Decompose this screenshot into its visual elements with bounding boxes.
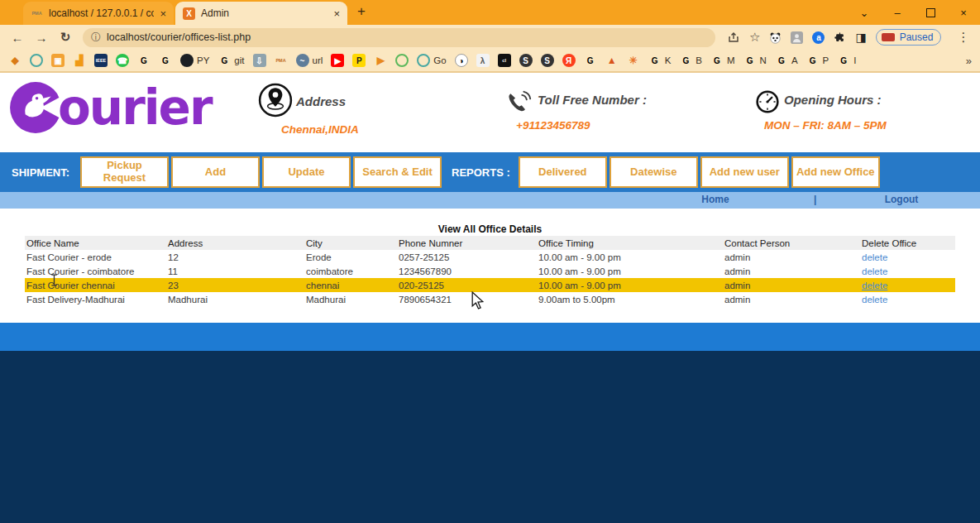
bookmarks-overflow-icon[interactable]: » [966, 55, 972, 67]
github-bookmark[interactable]: PY [180, 54, 209, 67]
google-bookmark-2[interactable]: G [159, 54, 172, 67]
download-manager-bookmark[interactable]: ⇩ [253, 54, 266, 67]
share-icon[interactable] [727, 31, 740, 44]
sun-bookmark[interactable]: ☀ [627, 54, 640, 67]
google-b-bookmark[interactable]: GB [679, 54, 702, 67]
youtube-bookmark[interactable]: ▶ [331, 54, 344, 67]
google-bookmark-3[interactable]: G [584, 54, 597, 67]
tab-close-icon[interactable]: × [160, 8, 166, 19]
browser-toolbar: ← → ↻ ⓘ localhost/courier/offices-list.p… [0, 25, 980, 50]
close-button[interactable]: × [947, 0, 980, 25]
youtube-bookmark-icon: ▶ [331, 54, 344, 67]
delete-office-link[interactable]: delete [862, 281, 887, 290]
media-badge-bookmark[interactable]: ▣ [51, 54, 65, 67]
logout-link[interactable]: Logout [872, 194, 930, 205]
google-git-bookmark-label: git [234, 55, 244, 65]
cell-contact: admin [723, 292, 860, 306]
tab-close-icon[interactable]: × [333, 8, 340, 19]
minimize-button[interactable]: – [881, 0, 914, 25]
address-bar[interactable]: ⓘ localhost/courier/offices-list.php [83, 28, 715, 47]
url-text[interactable]: localhost/courier/offices-list.php [107, 31, 251, 43]
a-extension-icon[interactable]: a [812, 31, 825, 44]
google-bookmark-1[interactable]: G [137, 54, 151, 67]
table-row: Fast Delivery-MadhuraiMadhuraiMadhurai78… [25, 292, 955, 306]
delete-office-link[interactable]: delete [862, 266, 887, 276]
nav-add-button[interactable]: Add [171, 156, 260, 188]
new-tab-button[interactable]: + [357, 3, 366, 20]
matlab-bookmark-icon: ▲ [605, 54, 619, 67]
google-m-bookmark[interactable]: GM [710, 54, 735, 67]
swirl-bookmark[interactable] [30, 54, 43, 67]
url-tool-bookmark[interactable]: ~url [296, 54, 323, 67]
reload-icon[interactable]: ↻ [59, 30, 72, 45]
browser-menu-icon[interactable]: ⋮ [957, 30, 969, 45]
table-header-row: Office NameAddressCityPhone NumnerOffice… [25, 236, 955, 250]
google-n-bookmark[interactable]: GN [743, 54, 767, 67]
google-p-bookmark[interactable]: GP [806, 54, 829, 67]
extensions-puzzle-icon[interactable] [834, 31, 846, 44]
address-value: Chennai,INDIA [281, 123, 359, 136]
column-header: Office Name [25, 236, 166, 250]
reading-mode-icon[interactable]: ◨ [855, 31, 866, 44]
tab-admin[interactable]: X Admin × [175, 2, 347, 25]
download-paused-button[interactable]: Paused [876, 29, 942, 46]
nav-pickup-request-button[interactable]: Pickup Request [80, 156, 169, 188]
s-bookmark-2[interactable]: S [541, 54, 554, 67]
tab-phpmyadmin[interactable]: PMA localhost / 127.0.0.1 / courier / tb… [23, 2, 174, 25]
restore-button[interactable] [914, 0, 947, 25]
google-a-bookmark-icon: G [775, 54, 788, 67]
bird-bookmark[interactable]: ◑ [455, 54, 468, 67]
home-link[interactable]: Home [691, 194, 740, 205]
s-bookmark-1[interactable]: S [519, 54, 533, 67]
logo-text: ourier [58, 79, 212, 136]
whatsapp-bookmark[interactable]: ☎ [116, 54, 129, 67]
bookmark-star-icon[interactable]: ☆ [749, 30, 760, 45]
cell-action: delete [860, 250, 955, 264]
delete-office-link[interactable]: delete [862, 252, 887, 262]
nav-search-edit-button[interactable]: Search & Edit [353, 156, 442, 188]
pointer-bookmark-icon: ◆ [8, 54, 22, 67]
google-a-bookmark[interactable]: GA [775, 54, 798, 67]
main-navigation: SHIPMENT: Pickup RequestAddUpdateSearch … [0, 152, 980, 192]
nav-delivered-button[interactable]: Delivered [519, 156, 607, 188]
analytics-bookmark-icon: ▟ [73, 54, 86, 67]
yandex-bookmark[interactable]: Я [562, 54, 576, 67]
delete-office-link[interactable]: delete [862, 295, 887, 305]
nav-datewise-button[interactable]: Datewise [610, 156, 698, 188]
google-a-bookmark-label: A [791, 55, 798, 65]
panda-extension-icon[interactable] [769, 31, 782, 44]
google-n-bookmark-label: N [760, 55, 767, 65]
matlab-bookmark[interactable]: ▲ [605, 54, 619, 67]
go-swirl-bookmark[interactable]: Go [417, 54, 446, 67]
address-label: Address [296, 94, 346, 108]
tab-search-chevron-icon[interactable]: ⌄ [848, 0, 881, 25]
video-camera-bookmark[interactable]: ▶ [374, 54, 387, 67]
session-bar: Home | Logout [0, 192, 980, 209]
ieee-bookmark[interactable]: IEEE [94, 54, 108, 67]
forward-icon[interactable]: → [35, 31, 48, 45]
back-icon[interactable]: ← [11, 31, 24, 45]
nav-add-new-office-button[interactable]: Add new Office [791, 156, 880, 188]
profile-extension-icon[interactable] [791, 31, 803, 44]
figure-bookmark[interactable]: λ [476, 54, 490, 67]
tab-title: localhost / 127.0.0.1 / courier / tb [49, 7, 154, 19]
cell-contact: admin [723, 264, 860, 278]
cell-city: coimbatore [304, 264, 397, 278]
cell-address: Madhurai [166, 292, 304, 306]
phpmyadmin-bookmark[interactable]: PMA [275, 54, 288, 67]
google-git-bookmark[interactable]: Ggit [218, 54, 244, 67]
google-i-bookmark[interactable]: GI [837, 54, 856, 67]
green-ring-bookmark[interactable] [395, 54, 409, 67]
nav-add-new-user-button[interactable]: Add new user [700, 156, 789, 188]
paused-label: Paused [900, 31, 934, 43]
p-bookmark[interactable]: P [352, 54, 366, 67]
site-info-icon[interactable]: ⓘ [91, 31, 101, 45]
cell-city: Madhurai [304, 292, 397, 306]
analytics-bookmark[interactable]: ▟ [73, 54, 86, 67]
cl-bookmark[interactable]: cl [498, 54, 511, 67]
column-header: Office Timing [537, 236, 723, 250]
nav-update-button[interactable]: Update [262, 156, 351, 188]
pointer-bookmark[interactable]: ◆ [8, 54, 22, 67]
s-bookmark-1-icon: S [519, 54, 533, 67]
google-k-bookmark[interactable]: GK [648, 54, 672, 67]
